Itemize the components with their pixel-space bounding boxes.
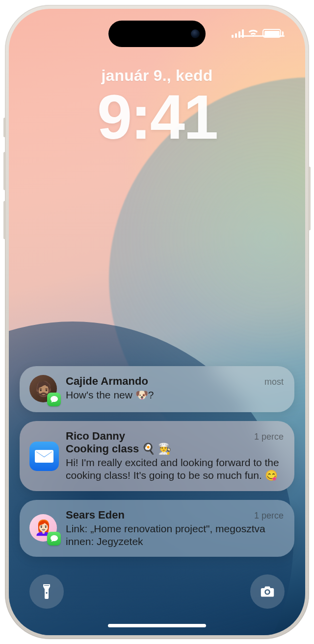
notification-avatar: 👩🏻‍🦰 [29,514,58,543]
volume-up-button[interactable] [3,152,6,190]
notification-item[interactable]: 👩🏻‍🦰 Sears Eden 1 perce Link: „Home reno… [20,500,294,557]
power-button[interactable] [308,167,311,230]
silent-switch[interactable] [3,118,6,137]
wifi-icon [247,27,259,39]
notification-avatar: 🧔🏽 [29,375,58,403]
flashlight-button[interactable] [29,574,64,609]
notification-item[interactable]: Rico Danny 1 perce Cooking class 🍳 👨‍🍳 H… [20,421,294,491]
notification-message: Hi! I'm really excited and looking forwa… [66,456,284,482]
notification-time: most [264,377,284,387]
notification-sender: Sears Eden [66,509,125,521]
notification-sender: Cajide Armando [66,375,148,388]
front-camera-icon [191,29,200,38]
notification-message: How's the new 🐶? [66,389,284,401]
notification-app-icon [29,442,58,470]
notification-time: 1 perce [254,432,284,442]
charging-underline [240,35,285,37]
datetime: január 9., kedd 9:41 [9,67,305,149]
bottom-controls [29,574,285,609]
lock-screen[interactable]: január 9., kedd 9:41 🧔🏽 Cajide Armando m… [9,9,305,635]
dynamic-island[interactable] [108,21,206,47]
mail-app-icon [29,442,59,471]
notification-item[interactable]: 🧔🏽 Cajide Armando most How's the new 🐶? [20,366,294,412]
notification-list: 🧔🏽 Cajide Armando most How's the new 🐶? [20,366,294,557]
notification-message: Link: „Home renovation project", megoszt… [66,522,284,548]
notification-subject: Cooking class 🍳 👨‍🍳 [66,443,284,455]
messages-app-icon [47,532,61,545]
notification-time: 1 perce [254,511,284,521]
home-indicator[interactable] [108,624,206,627]
notification-sender: Rico Danny [66,430,125,443]
messages-app-icon [47,393,61,406]
camera-button[interactable] [250,574,285,609]
phone-frame: január 9., kedd 9:41 🧔🏽 Cajide Armando m… [5,5,309,639]
volume-down-button[interactable] [3,201,6,239]
time-label: 9:41 [9,86,305,149]
